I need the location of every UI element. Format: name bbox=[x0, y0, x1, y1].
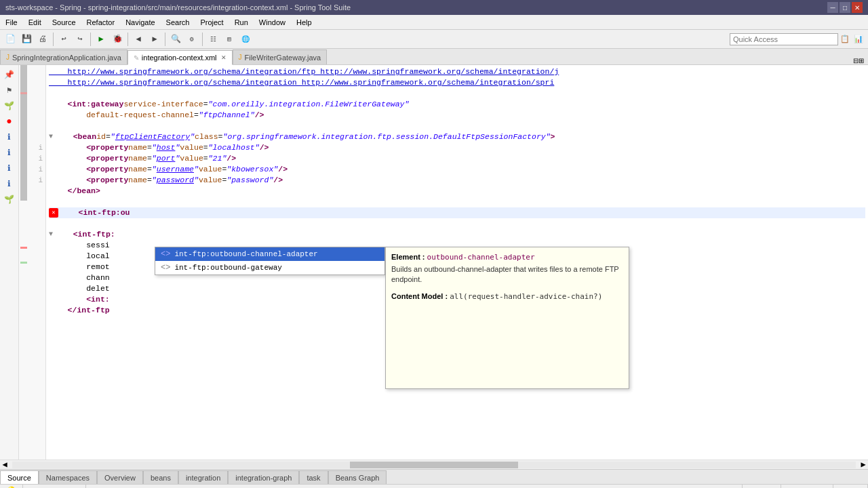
xml-file-icon: ✎ bbox=[134, 54, 139, 62]
doc-panel: Element : outbound-channel-adapter Build… bbox=[385, 247, 629, 389]
menu-navigate[interactable]: Navigate bbox=[120, 15, 160, 29]
h-scroll-track[interactable] bbox=[12, 462, 856, 468]
vertical-scrollbar-thumb[interactable] bbox=[20, 65, 27, 201]
code-line-4: <int:gateway service-interface="com.orei… bbox=[49, 99, 865, 110]
fold-icon-intftp[interactable]: ▼ bbox=[49, 229, 53, 240]
code-editor[interactable]: i i i i http://www.springframework.org/s… bbox=[19, 65, 868, 460]
left-sidebar: 📌 ⚑ 🌱 ● ℹ ℹ ℹ ℹ 🌱 bbox=[0, 65, 19, 460]
scroll-marker-2 bbox=[20, 262, 27, 264]
tab-integration[interactable]: integration bbox=[178, 470, 228, 484]
java-file-icon-2: J bbox=[239, 54, 242, 61]
next-edit-button[interactable]: ▶ bbox=[147, 32, 162, 47]
quick-access-input[interactable] bbox=[730, 33, 838, 45]
maximize-button[interactable]: □ bbox=[840, 2, 850, 13]
tab-collapse-button[interactable]: ⊟ ⊞ bbox=[849, 57, 868, 64]
tab-integration-context[interactable]: ✎ integration-context.xml ✕ bbox=[127, 50, 233, 65]
tab-spring-integration-app[interactable]: J SpringIntegrationApplication.java bbox=[0, 49, 127, 64]
toolbar-sep-1 bbox=[53, 33, 54, 46]
minimize-button[interactable]: ─ bbox=[827, 2, 838, 13]
code-line-16: ▼ <int-ftp: bbox=[49, 229, 865, 240]
h-scroll-thumb[interactable] bbox=[350, 462, 519, 468]
title-bar: sts-workspace - Spring - spring-integrat… bbox=[0, 0, 868, 15]
info-icon-3[interactable]: ℹ bbox=[3, 161, 16, 175]
menu-edit[interactable]: Edit bbox=[23, 15, 47, 29]
scroll-right-button[interactable]: ▶ bbox=[859, 460, 868, 470]
menu-help[interactable]: Help bbox=[291, 15, 317, 29]
autocomplete-dropdown[interactable]: <> int-ftp:outbound-channel-adapter <> i… bbox=[155, 247, 385, 275]
toolbar-sep-5 bbox=[202, 33, 203, 46]
close-button[interactable]: ✕ bbox=[852, 2, 863, 13]
scroll-marker-error bbox=[20, 247, 27, 249]
extra-btn-1[interactable]: ☷ bbox=[205, 32, 220, 47]
ac-item-outbound-gateway[interactable]: <> int-ftp:outbound-gateway bbox=[155, 261, 384, 274]
menu-source[interactable]: Source bbox=[47, 15, 81, 29]
tab-label-spring-app: SpringIntegrationApplication.java bbox=[12, 54, 121, 62]
spring-icon[interactable]: 🌱 bbox=[3, 99, 16, 113]
search-button[interactable]: 🔍 bbox=[168, 32, 183, 47]
extra-btn-2[interactable]: ⊞ bbox=[222, 32, 237, 47]
doc-element-line: Element : outbound-channel-adapter bbox=[391, 253, 623, 262]
save-button[interactable]: 💾 bbox=[19, 32, 34, 47]
menu-search[interactable]: Search bbox=[161, 15, 195, 29]
tab-label-filewriter: FileWriterGateway.java bbox=[245, 54, 321, 62]
scroll-marker-1 bbox=[20, 92, 27, 94]
error-marker: ✕ bbox=[49, 208, 58, 218]
scroll-left-button[interactable]: ◀ bbox=[0, 460, 9, 470]
tab-namespaces[interactable]: Namespaces bbox=[39, 470, 97, 484]
tab-task[interactable]: task bbox=[299, 470, 328, 484]
prev-edit-button[interactable]: ◀ bbox=[131, 32, 146, 47]
code-line-2: http://www.springframework.org/schema/in… bbox=[49, 77, 865, 88]
ac-item-outbound-channel-adapter[interactable]: <> int-ftp:outbound-channel-adapter bbox=[155, 247, 384, 261]
open-perspective-button[interactable]: 📋 bbox=[838, 33, 852, 46]
print-button[interactable]: 🖨 bbox=[35, 32, 50, 47]
menu-run[interactable]: Run bbox=[229, 15, 254, 29]
undo-button[interactable]: ↩ bbox=[56, 32, 71, 47]
status-smart-insert[interactable]: Smart Insert bbox=[781, 485, 833, 488]
editor-area: 📌 ⚑ 🌱 ● ℹ ℹ ℹ ℹ 🌱 i i i i bbox=[0, 65, 868, 460]
new-button[interactable]: 📄 bbox=[3, 32, 18, 47]
fold-icon-bean[interactable]: ▼ bbox=[49, 131, 53, 142]
quick-access-area: 📋 📊 bbox=[730, 33, 865, 46]
tab-integration-graph[interactable]: integration-graph bbox=[228, 470, 299, 484]
menu-project[interactable]: Project bbox=[195, 15, 229, 29]
doc-content-model-line: Content Model : all(request-handler-advi… bbox=[391, 292, 623, 301]
tab-beans-graph[interactable]: Beans Graph bbox=[328, 470, 387, 484]
extra-btn-3[interactable]: 🌐 bbox=[238, 32, 253, 47]
toolbar-sep-3 bbox=[127, 33, 128, 46]
doc-element-value: outbound-channel-adapter bbox=[427, 253, 535, 262]
tab-source[interactable]: Source bbox=[0, 470, 39, 484]
run-button[interactable]: ▶ bbox=[94, 32, 108, 47]
menu-refactor[interactable]: Refactor bbox=[81, 15, 121, 29]
tab-overview[interactable]: Overview bbox=[97, 470, 143, 484]
code-line-5: default-request-channel="ftpChannel"/> bbox=[49, 110, 865, 121]
horizontal-scrollbar[interactable]: ◀ ▶ bbox=[0, 460, 868, 469]
bookmark-icon[interactable]: 📌 bbox=[3, 68, 16, 81]
quick-fix-icon: 💡 bbox=[5, 486, 17, 489]
menu-file[interactable]: File bbox=[0, 15, 23, 29]
tasks-icon[interactable]: ⚑ bbox=[3, 83, 16, 97]
status-writable[interactable]: Writable bbox=[743, 485, 781, 488]
code-line-1: http://www.springframework.org/schema/in… bbox=[49, 66, 865, 77]
status-wrapper[interactable]: wrapper disabled bbox=[675, 485, 743, 488]
open-view-button[interactable]: 📊 bbox=[852, 33, 865, 46]
spring-icon-2[interactable]: 🌱 bbox=[3, 192, 16, 206]
tab-beans[interactable]: beans bbox=[143, 470, 178, 484]
info-icon[interactable]: ℹ bbox=[3, 130, 16, 144]
ac-label-2: int-ftp:outbound-gateway bbox=[174, 264, 281, 272]
info-icon-4[interactable]: ℹ bbox=[3, 177, 16, 190]
ac-label-1: int-ftp:outbound-channel-adapter bbox=[174, 250, 317, 258]
code-line-15 bbox=[49, 218, 865, 229]
tab-file-writer-gateway[interactable]: J FileWriterGateway.java bbox=[233, 49, 328, 64]
code-content[interactable]: http://www.springframework.org/schema/in… bbox=[46, 65, 868, 460]
info-icon-2[interactable]: ℹ bbox=[3, 146, 16, 159]
tab-close-integration[interactable]: ✕ bbox=[221, 54, 226, 61]
menu-window[interactable]: Window bbox=[254, 15, 291, 29]
error-marker: ● bbox=[3, 115, 16, 128]
ref-button[interactable]: ⚙ bbox=[184, 32, 199, 47]
redo-button[interactable]: ↪ bbox=[73, 32, 87, 47]
code-line-6 bbox=[49, 121, 865, 131]
status-quick-fix[interactable]: 💡 bbox=[0, 485, 23, 488]
debug-button[interactable]: 🐞 bbox=[110, 32, 125, 47]
doc-element-label: Element : bbox=[391, 253, 425, 261]
code-line-14: ✕ <int-ftp:ou bbox=[49, 207, 865, 218]
